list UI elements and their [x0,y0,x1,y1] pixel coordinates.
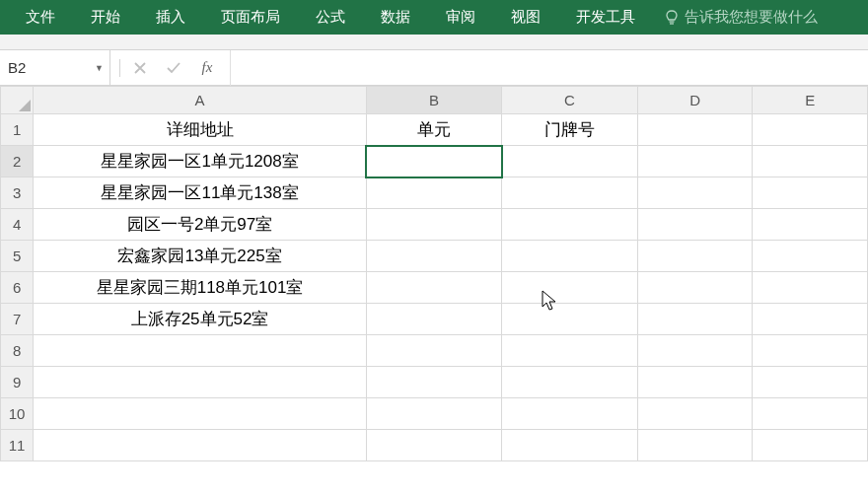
formula-input[interactable] [231,50,868,86]
row-header-4[interactable]: 4 [1,209,34,241]
cell-D4[interactable] [637,209,753,241]
cell-B7[interactable] [366,304,501,335]
cell-E9[interactable] [753,367,868,398]
cell-C7[interactable] [502,304,638,335]
chevron-down-icon[interactable]: ▼ [95,63,104,73]
cell-B5[interactable] [366,241,501,272]
column-header-E[interactable]: E [753,87,868,114]
cell-E2[interactable] [753,146,868,177]
ribbon-tab-insert[interactable]: 插入 [138,0,203,35]
cell-E10[interactable] [753,398,868,430]
cell-A6[interactable]: 星星家园三期118单元101室 [34,272,367,304]
cell-A8[interactable] [34,335,367,367]
column-header-A[interactable]: A [34,87,367,114]
cancel-button[interactable] [123,50,157,86]
cell-E11[interactable] [753,430,868,461]
cell-D11[interactable] [637,430,753,461]
cell-E5[interactable] [753,241,868,272]
row-header-9[interactable]: 9 [1,367,34,398]
cell-D5[interactable] [637,241,753,272]
cell-C3[interactable] [502,177,638,209]
cell-D2[interactable] [637,146,753,177]
cell-A4[interactable]: 园区一号2单元97室 [34,209,367,241]
name-box-value: B2 [8,59,26,76]
cell-C9[interactable] [502,367,638,398]
row-header-1[interactable]: 1 [1,114,34,146]
cell-A11[interactable] [34,430,367,461]
row-header-11[interactable]: 11 [1,430,34,461]
cell-E3[interactable] [753,177,868,209]
cell-E7[interactable] [753,304,868,335]
fx-label: fx [202,59,213,76]
x-icon [133,61,147,75]
row-header-6[interactable]: 6 [1,272,34,304]
cell-A7[interactable]: 上派存25单元52室 [34,304,367,335]
ribbon-tab-review[interactable]: 审阅 [428,0,493,35]
ribbon-tab-formulas[interactable]: 公式 [298,0,363,35]
cell-C1[interactable]: 门牌号 [502,114,638,146]
cell-B3[interactable] [366,177,501,209]
lightbulb-icon [665,10,679,26]
insert-function-button[interactable]: fx [190,50,224,86]
ribbon-tab-data[interactable]: 数据 [363,0,428,35]
cell-B8[interactable] [366,335,501,367]
cell-D6[interactable] [637,272,753,304]
ribbon-tab-home[interactable]: 开始 [73,0,138,35]
cell-A1[interactable]: 详细地址 [34,114,367,146]
enter-button[interactable] [157,50,190,86]
row-header-5[interactable]: 5 [1,241,34,272]
row-header-3[interactable]: 3 [1,177,34,209]
cell-E1[interactable] [753,114,868,146]
select-all-corner[interactable] [1,87,34,114]
check-icon [166,61,181,75]
name-box[interactable]: B2 ▼ [0,50,110,86]
column-header-D[interactable]: D [637,87,753,114]
cell-A10[interactable] [34,398,367,430]
ribbon-gap [0,35,868,50]
cell-C6[interactable] [502,272,638,304]
row-header-7[interactable]: 7 [1,304,34,335]
ribbon-tab-pagelayout[interactable]: 页面布局 [203,0,298,35]
ribbon-tab-file[interactable]: 文件 [8,0,73,35]
cell-D3[interactable] [637,177,753,209]
cell-B10[interactable] [366,398,501,430]
cell-A3[interactable]: 星星家园一区11单元138室 [34,177,367,209]
cell-C2[interactable] [502,146,638,177]
tell-me-label: 告诉我您想要做什么 [685,8,818,27]
cell-C10[interactable] [502,398,638,430]
cell-E6[interactable] [753,272,868,304]
cell-D7[interactable] [637,304,753,335]
column-header-C[interactable]: C [502,87,638,114]
row-header-10[interactable]: 10 [1,398,34,430]
cell-D9[interactable] [637,367,753,398]
cell-B6[interactable] [366,272,501,304]
cell-D1[interactable] [637,114,753,146]
spreadsheet-grid: ABCDE1详细地址单元门牌号2星星家园一区1单元1208室3星星家园一区11单… [0,86,868,461]
cell-C8[interactable] [502,335,638,367]
cell-B1[interactable]: 单元 [366,114,501,146]
formula-bar-buttons: fx [110,50,231,86]
cell-E4[interactable] [753,209,868,241]
cell-B2[interactable] [366,146,501,177]
cell-C4[interactable] [502,209,638,241]
formula-bar: B2 ▼ fx [0,50,868,86]
cell-B11[interactable] [366,430,501,461]
cell-B9[interactable] [366,367,501,398]
column-header-B[interactable]: B [366,87,501,114]
row-header-8[interactable]: 8 [1,335,34,367]
row-header-2[interactable]: 2 [1,146,34,177]
cell-B4[interactable] [366,209,501,241]
cell-C5[interactable] [502,241,638,272]
ribbon-tab-view[interactable]: 视图 [493,0,558,35]
ribbon-tabs: 文件 开始 插入 页面布局 公式 数据 审阅 视图 开发工具 告诉我您想要做什么 [0,0,868,35]
cell-A9[interactable] [34,367,367,398]
cell-E8[interactable] [753,335,868,367]
cell-D8[interactable] [637,335,753,367]
cell-A5[interactable]: 宏鑫家园13单元225室 [34,241,367,272]
cell-A2[interactable]: 星星家园一区1单元1208室 [34,146,367,177]
ribbon-tab-developer[interactable]: 开发工具 [558,0,653,35]
cell-D10[interactable] [637,398,753,430]
cell-C11[interactable] [502,430,638,461]
tell-me-search[interactable]: 告诉我您想要做什么 [665,8,818,27]
